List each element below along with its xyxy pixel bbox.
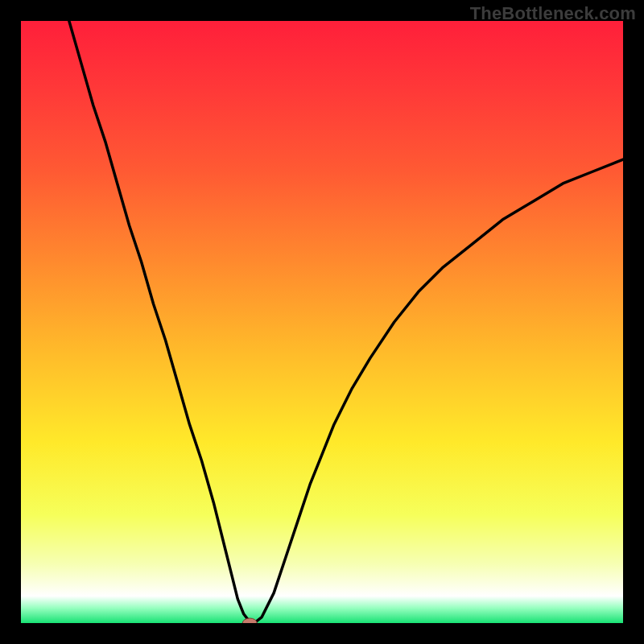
plot-background: [21, 21, 623, 623]
bottleneck-chart: [21, 21, 623, 623]
chart-frame: TheBottleneck.com: [0, 0, 644, 644]
